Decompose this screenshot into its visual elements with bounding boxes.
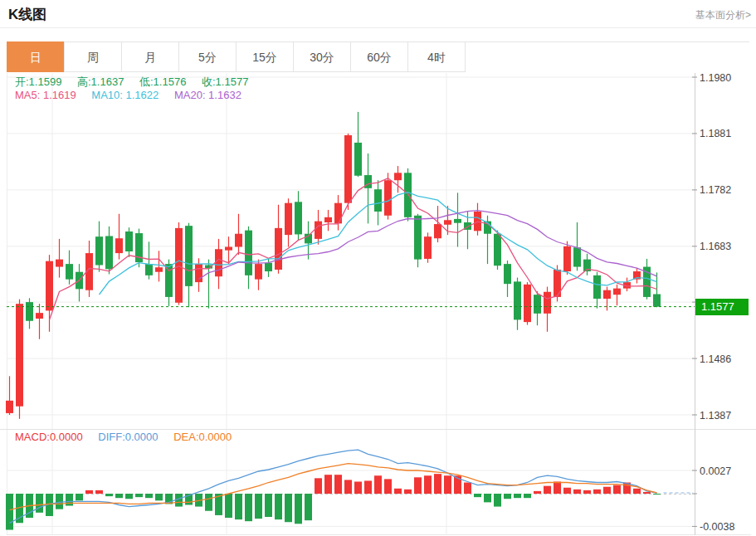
- tab-month[interactable]: 月: [121, 41, 179, 72]
- svg-text:0.0027: 0.0027: [700, 465, 731, 477]
- page-title: K线图: [8, 5, 46, 24]
- ma-legend: MA5: 1.1619 MA10: 1.1622 MA20: 1.1632: [15, 89, 254, 101]
- ma20-value: MA20: 1.1632: [174, 89, 241, 101]
- timeframe-tabs: 日 周 月 5分 15分 30分 60分 4时: [7, 41, 466, 72]
- macd-value: MACD:0.0000: [15, 431, 83, 443]
- svg-text:1.1782: 1.1782: [700, 184, 731, 196]
- svg-text:1.1980: 1.1980: [700, 72, 731, 84]
- high-value: 高:1.1637: [77, 76, 124, 88]
- svg-text:1.1683: 1.1683: [700, 241, 731, 252]
- macd-legend: MACD:0.0000 DIFF:0.0000 DEA:0.0000: [15, 431, 244, 443]
- current-price-label: 1.1577: [695, 299, 749, 315]
- svg-text:1.1387: 1.1387: [700, 410, 731, 421]
- open-value: 开:1.1599: [15, 76, 61, 88]
- svg-text:1.1881: 1.1881: [700, 128, 731, 139]
- ma5-value: MA5: 1.1619: [15, 89, 76, 101]
- ohlc-legend: 开:1.1599 高:1.1637 低:1.1576 收:1.1577: [15, 75, 261, 90]
- diff-value: DIFF:0.0000: [98, 431, 158, 443]
- svg-text:-0.0038: -0.0038: [700, 521, 734, 533]
- close-value: 收:1.1577: [202, 76, 248, 88]
- tab-30min[interactable]: 30分: [293, 41, 351, 72]
- fundamental-analysis-link[interactable]: 基本面分析>: [695, 8, 751, 22]
- tab-4hour[interactable]: 4时: [407, 41, 466, 72]
- tab-day[interactable]: 日: [7, 41, 65, 72]
- ma10-value: MA10: 1.1622: [91, 89, 159, 101]
- kline-page: 1.19801.18811.17821.16831.15851.14861.13…: [0, 0, 756, 536]
- low-value: 低:1.1576: [139, 76, 186, 88]
- svg-text:1.1486: 1.1486: [700, 353, 731, 365]
- tab-60min[interactable]: 60分: [350, 41, 408, 72]
- tab-week[interactable]: 周: [64, 41, 122, 72]
- dea-value: DEA:0.0000: [173, 431, 232, 443]
- tab-15min[interactable]: 15分: [236, 41, 294, 72]
- tab-5min[interactable]: 5分: [178, 41, 237, 72]
